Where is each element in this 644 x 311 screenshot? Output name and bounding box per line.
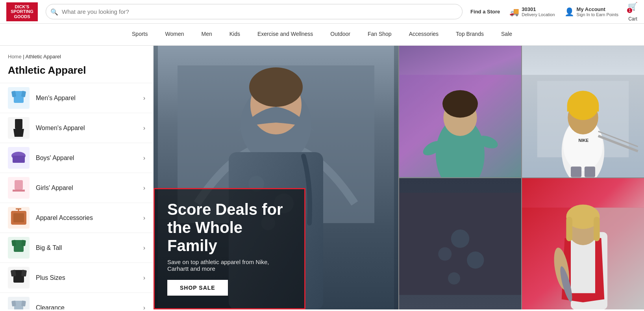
sidebar-label-plus: Plus Sizes — [36, 274, 143, 281]
nav-item-men[interactable]: Men — [192, 24, 220, 45]
sidebar-label-mens: Men's Apparel — [36, 95, 143, 102]
sidebar-item-womens[interactable]: Women's Apparel › — [0, 113, 153, 143]
nav-item-women[interactable]: Women — [157, 24, 193, 45]
chevron-icon-mens: › — [143, 95, 145, 102]
sidebar-thumb-womens — [8, 117, 30, 139]
shop-sale-button[interactable]: SHOP SALE — [167, 280, 228, 296]
logo-text: DICK'SSPORTINGGOODS — [11, 4, 33, 19]
cart-button[interactable]: 🛒 1 Cart — [628, 2, 638, 22]
svg-point-58 — [451, 229, 470, 248]
sidebar-thumb-mens — [8, 87, 30, 109]
find-store-button[interactable]: Find a Store — [470, 9, 500, 15]
svg-rect-68 — [594, 216, 600, 241]
chevron-icon-girls: › — [143, 184, 145, 192]
promo-subtitle: Save on top athletic apparel from Nike, … — [167, 259, 292, 272]
cart-count: 1 — [627, 8, 633, 13]
svg-point-60 — [467, 251, 484, 268]
my-account-button[interactable]: 👤 My Account Sign In to Earn Points — [564, 6, 618, 17]
sidebar-thumb-accessories — [8, 207, 30, 229]
sidebar-label-bigtall: Big & Tall — [36, 244, 143, 251]
svg-point-42 — [442, 90, 478, 118]
sidebar-thumb-bigtall — [8, 237, 30, 259]
svg-rect-14 — [13, 213, 24, 222]
account-sub: Sign In to Earn Points — [577, 12, 618, 17]
sidebar-thumb-girls — [8, 177, 30, 199]
header-actions: Find a Store 🚚 30301 Delivery Location 👤… — [470, 2, 638, 22]
bottom-right-grid — [399, 178, 644, 310]
promo-title: Score Deals for the Whole Family — [167, 200, 292, 255]
chevron-icon-accessories: › — [143, 214, 145, 222]
svg-text:NIKE: NIKE — [578, 138, 588, 143]
svg-point-61 — [448, 272, 460, 284]
nav-item-fanshop[interactable]: Fan Shop — [359, 24, 400, 45]
delivery-label: Delivery Location — [522, 12, 555, 17]
sidebar-item-accessories[interactable]: Apparel Accessories › — [0, 203, 153, 233]
sidebar-item-bigtall[interactable]: Big & Tall › — [0, 233, 153, 263]
sidebar-item-girls[interactable]: Girls' Apparel › — [0, 173, 153, 203]
svg-rect-23 — [11, 270, 16, 277]
svg-rect-20 — [21, 240, 26, 246]
find-store-label: Find a Store — [470, 9, 500, 15]
breadcrumb-home[interactable]: Home — [8, 54, 22, 60]
breadcrumb-current: Athletic Apparel — [26, 54, 61, 60]
sidebar-label-girls: Girls' Apparel — [36, 184, 143, 192]
svg-rect-5 — [15, 119, 22, 129]
cart-label: Cart — [628, 16, 637, 22]
promo-overlay: Score Deals for the Whole Family Save on… — [154, 188, 305, 309]
nav-item-topbrands[interactable]: Top Brands — [447, 24, 492, 45]
chevron-icon-plus: › — [143, 274, 145, 281]
top-right-grid: NIKE — [399, 46, 644, 177]
svg-rect-8 — [13, 156, 25, 163]
svg-rect-67 — [566, 216, 572, 241]
image-woman-red-vest — [522, 178, 644, 310]
search-bar: 🔍 — [46, 4, 463, 19]
nav-item-accessories[interactable]: Accessories — [400, 24, 447, 45]
search-input[interactable] — [46, 4, 463, 19]
sidebar-item-plus[interactable]: Plus Sizes › — [0, 263, 153, 292]
chevron-icon-clearance: › — [143, 304, 145, 310]
sidebar-label-womens: Women's Apparel — [36, 125, 143, 132]
svg-rect-19 — [11, 240, 16, 246]
sidebar: Home | Athletic Apparel Athletic Apparel… — [0, 46, 154, 309]
sidebar-item-clearance[interactable]: Clearance › — [0, 292, 153, 309]
image-boy-nike: NIKE — [522, 46, 644, 177]
svg-point-34 — [249, 67, 303, 107]
main-nav: Sports Women Men Kids Exercise and Welln… — [0, 24, 644, 46]
svg-rect-27 — [11, 300, 16, 306]
logo[interactable]: DICK'SSPORTINGGOODS — [6, 2, 38, 21]
svg-rect-10 — [15, 180, 23, 190]
nav-item-sports[interactable]: Sports — [123, 24, 156, 45]
hero-image-man: Score Deals for the Whole Family Save on… — [154, 46, 398, 309]
svg-rect-24 — [21, 270, 27, 277]
nav-item-sale[interactable]: Sale — [492, 24, 521, 45]
chevron-icon-bigtall: › — [143, 244, 145, 251]
delivery-location[interactable]: 🚚 30301 Delivery Location — [509, 6, 555, 17]
sidebar-label-accessories: Apparel Accessories — [36, 214, 143, 222]
svg-rect-53 — [571, 166, 581, 177]
delivery-icon: 🚚 — [509, 7, 519, 17]
sidebar-item-boys[interactable]: Boys' Apparel › — [0, 143, 153, 173]
image-woman-teal — [399, 46, 521, 177]
nav-item-exercise[interactable]: Exercise and Wellness — [249, 24, 322, 45]
sidebar-thumb-clearance — [8, 297, 30, 309]
header: DICK'SSPORTINGGOODS 🔍 Find a Store 🚚 303… — [0, 0, 644, 24]
svg-point-59 — [438, 247, 452, 261]
sidebar-label-clearance: Clearance — [36, 304, 143, 310]
svg-rect-54 — [585, 166, 595, 177]
account-label: My Account — [577, 6, 618, 12]
svg-rect-52 — [567, 105, 599, 112]
sidebar-label-boys: Boys' Apparel — [36, 155, 143, 162]
main-image-area: Score Deals for the Whole Family Save on… — [154, 46, 644, 309]
sidebar-thumb-boys — [8, 147, 30, 169]
svg-rect-11 — [13, 190, 25, 192]
sidebar-item-mens[interactable]: Men's Apparel › — [0, 83, 153, 113]
search-icon: 🔍 — [50, 8, 58, 15]
delivery-zip: 30301 — [522, 6, 555, 12]
chevron-icon-womens: › — [143, 125, 145, 132]
sidebar-thumb-plus — [8, 267, 30, 289]
nav-item-kids[interactable]: Kids — [221, 24, 249, 45]
image-promo-bottom — [399, 178, 521, 310]
sidebar-title: Athletic Apparel — [0, 63, 153, 83]
nav-item-outdoor[interactable]: Outdoor — [322, 24, 359, 45]
svg-rect-28 — [21, 300, 26, 306]
